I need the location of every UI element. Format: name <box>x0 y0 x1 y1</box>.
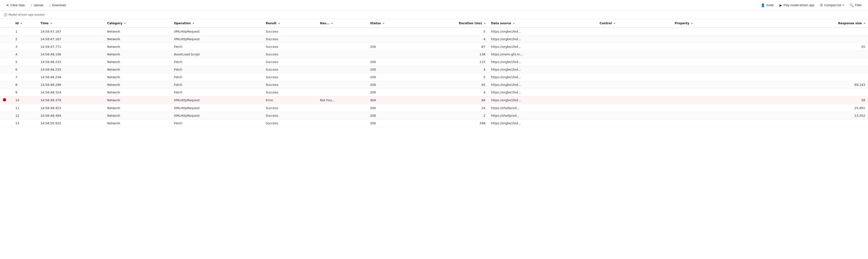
table-row[interactable]: 414:58:48.106NetworkAssetLoad.ScriptSucc… <box>0 51 868 58</box>
invite-button[interactable]: 👤 Invite <box>758 2 776 8</box>
cell-datasource: https://orgbe1fed... <box>488 81 597 89</box>
table-row[interactable]: 1314:58:50.922NetworkFetchSuccess200348h… <box>0 119 868 127</box>
filter-button[interactable]: 🔍 Filter <box>847 2 864 8</box>
th-id[interactable]: Id ▾ <box>12 19 37 28</box>
cell-status <box>367 51 413 58</box>
sort-responsesize-icon: ▾ <box>864 22 865 25</box>
th-time[interactable]: Time ▾ <box>37 19 104 28</box>
cell-category: Network <box>104 96 171 104</box>
table-row[interactable]: 314:58:47.771NetworkFetchSuccess20087htt… <box>0 43 868 51</box>
compact-list-icon: ☰ <box>820 3 823 7</box>
cell-responsesize <box>784 119 868 127</box>
th-property[interactable]: Property ▾ <box>672 19 784 28</box>
toolbar-left: ✕ Clear data ↑ Upload ↓ Download <box>4 2 756 8</box>
cell-res <box>317 119 367 127</box>
cell-duration: 4 <box>413 66 488 74</box>
cell-category: Network <box>104 112 171 119</box>
row-indicator-cell <box>0 66 12 74</box>
cell-category: Network <box>104 51 171 58</box>
sort-property-icon: ▾ <box>691 22 693 25</box>
cell-property <box>672 112 784 119</box>
cell-operation: Fetch <box>171 74 263 81</box>
table-row[interactable]: 1114:58:48.453NetworkXMLHttpRequestSucce… <box>0 104 868 112</box>
th-category[interactable]: Category ▾ <box>104 19 171 28</box>
clear-data-button[interactable]: ✕ Clear data <box>4 2 27 8</box>
compact-list-button[interactable]: ☰ Compact list ▾ <box>818 2 846 8</box>
info-icon: i <box>4 13 7 17</box>
cell-responsesize <box>784 35 868 43</box>
table-row[interactable]: 214:58:47.167NetworkXMLHttpRequestSucces… <box>0 35 868 43</box>
table-row[interactable]: 714:58:48.236NetworkFetchSuccess2005http… <box>0 74 868 81</box>
table-row[interactable]: 614:58:48.235NetworkFetchSuccess2004http… <box>0 66 868 74</box>
cell-time: 14:58:50.922 <box>37 119 104 127</box>
row-indicator-cell <box>0 58 12 66</box>
cell-res <box>317 104 367 112</box>
cell-property <box>672 104 784 112</box>
th-status[interactable]: Status ▾ <box>367 19 413 28</box>
table-row[interactable]: 914:58:48.324NetworkFetchSuccess2004http… <box>0 89 868 96</box>
cell-result: Success <box>263 119 317 127</box>
cell-id: 3 <box>12 43 37 51</box>
cell-responsesize: 25,991 <box>784 104 868 112</box>
cell-res <box>317 51 367 58</box>
cell-property <box>672 96 784 104</box>
cell-result: Success <box>263 112 317 119</box>
cell-id: 1 <box>12 28 37 35</box>
sort-operation-icon: ▾ <box>193 22 194 25</box>
play-icon: ▶ <box>779 3 782 7</box>
cell-status: 404 <box>367 96 413 104</box>
th-duration[interactable]: Duration (ms) ▾ <box>413 19 488 28</box>
sort-res-icon: ▾ <box>332 22 333 25</box>
cell-res <box>317 81 367 89</box>
cell-operation: XMLHttpRequest <box>171 104 263 112</box>
cell-property <box>672 58 784 66</box>
cell-duration: 84 <box>413 96 488 104</box>
cell-status: 200 <box>367 81 413 89</box>
cell-control <box>597 51 672 58</box>
cell-responsesize <box>784 51 868 58</box>
upload-icon: ↑ <box>30 3 32 7</box>
cell-datasource: https://orgbe1fed... <box>488 35 597 43</box>
download-button[interactable]: ↓ Download <box>46 2 68 8</box>
table-row[interactable]: 814:58:48.296NetworkFetchSuccess20092htt… <box>0 81 868 89</box>
th-responsesize[interactable]: Response size ▾ <box>784 19 868 28</box>
row-indicator-cell <box>0 81 12 89</box>
cell-result: Success <box>263 51 317 58</box>
clear-data-icon: ✕ <box>6 3 9 7</box>
cell-result: Success <box>263 58 317 66</box>
cell-time: 14:58:48.378 <box>37 96 104 104</box>
table-row[interactable]: 1214:58:48.494NetworkXMLHttpRequestSucce… <box>0 112 868 119</box>
cell-duration: 2 <box>413 112 488 119</box>
cell-operation: XMLHttpRequest <box>171 35 263 43</box>
cell-datasource: https://orgbe1fed... <box>488 96 597 104</box>
th-indicator <box>0 19 12 28</box>
cell-operation: Fetch <box>171 81 263 89</box>
cell-category: Network <box>104 58 171 66</box>
th-control[interactable]: Control ▾ <box>597 19 672 28</box>
table-row[interactable]: 114:58:47.167NetworkXMLHttpRequestSucces… <box>0 28 868 35</box>
cell-status: 200 <box>367 74 413 81</box>
cell-property <box>672 28 784 35</box>
table-row[interactable]: 514:58:48.233NetworkFetchSuccess200115ht… <box>0 58 868 66</box>
table-row[interactable]: 1014:58:48.378NetworkXMLHttpRequestError… <box>0 96 868 104</box>
cell-responsesize <box>784 89 868 96</box>
cell-category: Network <box>104 35 171 43</box>
th-datasource[interactable]: Data source ▾ <box>488 19 597 28</box>
th-res[interactable]: Res... ▾ <box>317 19 367 28</box>
play-model-driven-app-button[interactable]: ▶ Play model-driven app <box>777 2 816 8</box>
cell-result: Success <box>263 104 317 112</box>
th-result[interactable]: Result ▾ <box>263 19 317 28</box>
cell-res <box>317 43 367 51</box>
th-operation[interactable]: Operation ▾ <box>171 19 263 28</box>
upload-button[interactable]: ↑ Upload <box>28 2 45 8</box>
cell-result: Success <box>263 89 317 96</box>
cell-operation: XMLHttpRequest <box>171 28 263 35</box>
cell-res <box>317 74 367 81</box>
cell-duration: 4 <box>413 35 488 43</box>
cell-property <box>672 43 784 51</box>
download-icon: ↓ <box>49 3 51 7</box>
cell-id: 13 <box>12 119 37 127</box>
cell-duration: 115 <box>413 58 488 66</box>
cell-status: 200 <box>367 89 413 96</box>
cell-datasource: https://orgbe1fed... <box>488 28 597 35</box>
